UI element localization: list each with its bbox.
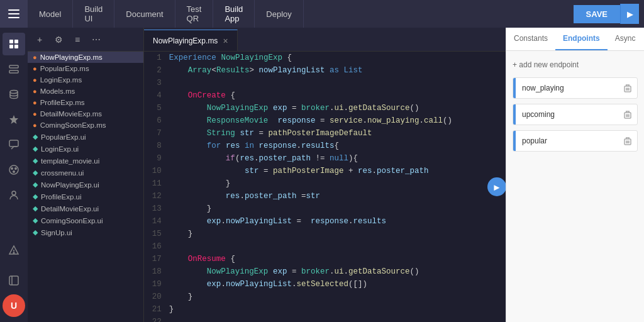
sidebar-icon-home[interactable]: [3, 33, 25, 55]
svg-rect-16: [9, 276, 18, 285]
endpoint-label: now_playing: [516, 79, 618, 97]
file-item-DetailMovieExp-ms[interactable]: ●DetailMovieExp.ms: [28, 108, 143, 119]
code-line-21: 21 }: [144, 303, 506, 316]
code-line-3: 3: [144, 77, 506, 89]
tab-close-icon[interactable]: ×: [223, 36, 228, 45]
editor-tab-nowplayingexp[interactable]: NowPlayingExp.ms ×: [144, 30, 238, 51]
file-icon-ui: ◆: [33, 157, 38, 165]
sidebar-icon-person[interactable]: [3, 184, 25, 206]
tab-async[interactable]: Async: [608, 28, 643, 50]
file-icon-ui: ◆: [33, 180, 38, 189]
file-name: ProfileExp.ms: [40, 99, 85, 106]
main-area: U + ⚙ ≡ ⋯ ●NowPlayingExp.ms●PopularExp.m…: [0, 28, 644, 322]
more-options-button[interactable]: ⋯: [89, 33, 103, 47]
endpoint-delete-button[interactable]: [618, 78, 637, 98]
svg-rect-0: [9, 40, 13, 43]
hamburger-menu[interactable]: [0, 0, 28, 28]
svg-point-11: [15, 168, 16, 169]
endpoint-item-upcoming: upcoming: [513, 104, 638, 125]
file-icon-ms: ●: [33, 87, 37, 95]
sidebar-icon-chat[interactable]: [3, 133, 25, 156]
file-item-template_movie-ui[interactable]: ◆template_movie.ui: [28, 155, 143, 167]
sidebar-icon-star[interactable]: [3, 108, 25, 131]
file-name: NowPlayingExp.ms: [40, 53, 103, 61]
file-item-LoginExp-ms[interactable]: ●LoginExp.ms: [28, 74, 143, 86]
list-view-button[interactable]: ≡: [70, 33, 84, 47]
code-line-22: 22: [144, 316, 506, 322]
file-icon-ui: ◆: [33, 216, 38, 225]
file-item-ProfileExp-ui[interactable]: ◆ProfileExp.ui: [28, 191, 143, 203]
svg-point-12: [13, 171, 14, 172]
file-name: DetailMovieExp.ms: [40, 110, 102, 118]
file-name: ComingSoonExp.ui: [41, 217, 103, 225]
file-icon-ui: ◆: [33, 204, 38, 213]
file-icon-ms: ●: [33, 110, 37, 118]
file-item-DetailMovieExp-ui[interactable]: ◆DetailMovieExp.ui: [28, 203, 143, 214]
file-icon-ui: ◆: [33, 228, 38, 236]
file-item-ComingSoonExp-ui[interactable]: ◆ComingSoonExp.ui: [28, 214, 143, 226]
file-name: LoginExp.ui: [41, 145, 79, 153]
sidebar-icon-palette[interactable]: [3, 158, 25, 181]
endpoint-delete-button[interactable]: [618, 104, 637, 125]
file-item-NowPlayingExp-ui[interactable]: ◆NowPlayingExp.ui: [28, 179, 143, 191]
nav-arrow-button[interactable]: ▶: [620, 4, 639, 24]
sidebar-icon-book[interactable]: [3, 269, 25, 292]
code-line-15: 15 }: [144, 228, 506, 240]
file-name: crossmenu.ui: [41, 169, 84, 177]
file-icon-ms: ●: [33, 76, 37, 84]
file-icon-ms: ●: [33, 53, 37, 61]
sidebar-icon-database[interactable]: [3, 83, 25, 106]
file-name: Models.ms: [40, 87, 75, 95]
svg-rect-2: [9, 45, 13, 48]
avatar[interactable]: U: [3, 294, 25, 317]
add-file-button[interactable]: +: [33, 33, 47, 47]
file-item-ProfileExp-ms[interactable]: ●ProfileExp.ms: [28, 97, 143, 108]
svg-point-10: [11, 168, 13, 169]
file-item-NowPlayingExp-ms[interactable]: ●NowPlayingExp.ms: [28, 52, 143, 63]
tab-deploy[interactable]: Deploy: [255, 0, 303, 28]
svg-rect-3: [14, 45, 18, 48]
tab-test-qr[interactable]: Test QR: [175, 0, 214, 28]
code-line-7: 7 String str = pathPosterImageDefault: [144, 127, 506, 140]
code-line-1: 1 Experience NowPlayingExp {: [144, 52, 506, 64]
file-item-SignUp-ui[interactable]: ◆SignUp.ui: [28, 226, 143, 238]
tab-build-ui[interactable]: Build UI: [73, 0, 114, 28]
file-item-crossmenu-ui[interactable]: ◆crossmenu.ui: [28, 167, 143, 179]
file-icon-ms: ●: [33, 121, 37, 129]
tab-endpoints[interactable]: Endpoints: [555, 28, 608, 50]
svg-rect-5: [9, 70, 18, 73]
file-item-PopularExp-ui[interactable]: ◆PopularExp.ui: [28, 131, 143, 143]
endpoint-delete-button[interactable]: [618, 131, 637, 151]
settings-button[interactable]: ⚙: [52, 33, 65, 47]
endpoint-list: now_playing upcoming popular: [513, 77, 638, 152]
code-editor-wrapper: 1 Experience NowPlayingExp { 2 Array<Res…: [144, 52, 506, 322]
file-item-Models-ms[interactable]: ●Models.ms: [28, 86, 143, 97]
code-line-16: 16: [144, 240, 506, 253]
code-line-4: 4 OnCreate {: [144, 89, 506, 102]
code-line-8: 8 for res in response.results{: [144, 140, 506, 152]
sidebar-icon-alert[interactable]: [3, 239, 25, 262]
file-list: ●NowPlayingExp.ms●PopularExp.ms●LoginExp…: [28, 52, 143, 238]
endpoint-item-popular: popular: [513, 130, 638, 152]
panel-collapse-button[interactable]: ►: [487, 177, 506, 196]
code-content[interactable]: 1 Experience NowPlayingExp { 2 Array<Res…: [144, 52, 506, 322]
file-item-LoginExp-ui[interactable]: ◆LoginExp.ui: [28, 143, 143, 155]
tab-constants[interactable]: Constants: [506, 28, 555, 50]
file-icon-ui: ◆: [33, 133, 38, 141]
editor-tabs: NowPlayingExp.ms ×: [144, 28, 506, 52]
file-item-ComingSoonExp-ms[interactable]: ●ComingSoonExp.ms: [28, 119, 143, 131]
tab-build-app[interactable]: Build App: [213, 0, 255, 28]
svg-point-15: [13, 252, 14, 253]
save-button[interactable]: SAVE: [574, 5, 620, 23]
file-item-PopularExp-ms[interactable]: ●PopularExp.ms: [28, 63, 143, 74]
sidebar-icon-layers[interactable]: [3, 58, 25, 80]
tab-document[interactable]: Document: [114, 0, 175, 28]
sidebar-icons: U: [0, 28, 28, 322]
tab-model[interactable]: Model: [28, 0, 73, 28]
svg-point-13: [12, 191, 16, 195]
add-endpoint-button[interactable]: + add new endpoint: [513, 57, 638, 72]
code-line-20: 20 }: [144, 291, 506, 303]
code-line-17: 17 OnResume {: [144, 253, 506, 265]
code-line-19: 19 exp.nowPlayingList.setSelected([]): [144, 278, 506, 291]
endpoint-label: popular: [516, 131, 618, 150]
